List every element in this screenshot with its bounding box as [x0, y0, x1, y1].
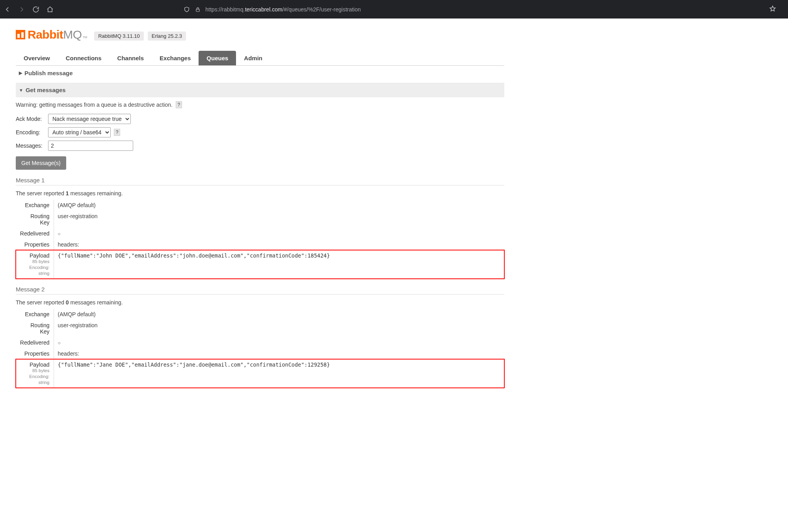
warning-text: Warning: getting messages from a queue i…	[16, 102, 173, 108]
help-button[interactable]: ?	[114, 129, 120, 136]
value-routing-key: user-registration	[54, 320, 504, 337]
logo-tm: TM	[83, 35, 87, 39]
label-routing-key: Routing Key	[16, 211, 54, 228]
label-redelivered: Redelivered	[16, 228, 54, 239]
logo-text: RabbitMQ	[28, 28, 82, 41]
erlang-version: Erlang 25.2.3	[148, 32, 186, 41]
url-path: /#/queues/%2F/user-registration	[282, 6, 361, 13]
value-properties: headers:	[54, 239, 504, 250]
row-properties: Properties headers:	[16, 348, 504, 359]
payload-bytes: 85 bytes	[20, 368, 50, 374]
value-routing-key: user-registration	[54, 211, 504, 228]
redelivered-false-icon	[58, 339, 61, 346]
home-icon[interactable]	[46, 6, 54, 13]
browser-nav	[4, 6, 54, 13]
svg-rect-0	[196, 9, 199, 11]
url-prefix: https://rabbitmq.	[205, 6, 245, 13]
rabbitmq-version: RabbitMQ 3.11.10	[94, 32, 144, 41]
payload-encoding: Encoding: string	[20, 265, 50, 276]
chevron-down-icon: ▼	[19, 88, 23, 93]
redelivered-false-icon	[58, 230, 61, 237]
payload-bytes: 85 bytes	[20, 259, 50, 265]
row-payload: Payload 85 bytes Encoding: string {"full…	[16, 359, 504, 388]
tab-exchanges[interactable]: Exchanges	[152, 51, 199, 65]
encoding-select[interactable]: Auto string / base64	[48, 127, 111, 137]
browser-chrome: https://rabbitmq.tericcabrel.com/#/queue…	[0, 0, 788, 19]
value-payload: {"fullName":"John DOE","emailAddress":"j…	[54, 250, 504, 279]
message-title: Message 2	[16, 286, 504, 295]
chevron-right-icon: ▶	[19, 70, 22, 76]
reload-icon[interactable]	[32, 6, 39, 13]
tab-admin[interactable]: Admin	[236, 51, 270, 65]
value-exchange: (AMQP default)	[54, 200, 504, 211]
tab-channels[interactable]: Channels	[110, 51, 152, 65]
back-icon[interactable]	[4, 6, 11, 13]
tab-queues[interactable]: Queues	[199, 51, 236, 65]
get-messages-form: Ack Mode: Nack message requeue true Enco…	[16, 114, 504, 170]
tab-overview[interactable]: Overview	[16, 51, 58, 65]
label-redelivered: Redelivered	[16, 337, 54, 348]
forward-icon[interactable]	[18, 6, 25, 13]
warning-row: Warning: getting messages from a queue i…	[16, 101, 504, 108]
url-bar[interactable]: https://rabbitmq.tericcabrel.com/#/queue…	[60, 6, 763, 13]
message-details: Exchange (AMQP default) Routing Key user…	[16, 309, 504, 388]
value-payload: {"fullName":"Jane DOE","emailAddress":"j…	[54, 359, 504, 388]
row-exchange: Exchange (AMQP default)	[16, 309, 504, 320]
remaining-text: The server reported 1 messages remaining…	[16, 190, 504, 196]
logo: RabbitMQ TM	[16, 28, 87, 41]
value-exchange: (AMQP default)	[54, 309, 504, 320]
remaining-text: The server reported 0 messages remaining…	[16, 299, 504, 306]
row-redelivered: Redelivered	[16, 228, 504, 239]
row-routing-key: Routing Key user-registration	[16, 320, 504, 337]
message-block: Message 1 The server reported 1 messages…	[16, 177, 504, 279]
label-payload: Payload 85 bytes Encoding: string	[16, 359, 54, 388]
version-badges: RabbitMQ 3.11.10 Erlang 25.2.3	[94, 32, 186, 41]
bookmark-star-icon[interactable]	[769, 5, 776, 13]
label-properties: Properties	[16, 348, 54, 359]
label-payload: Payload 85 bytes Encoding: string	[16, 250, 54, 279]
section-get-messages[interactable]: ▼ Get messages	[16, 83, 504, 97]
row-properties: Properties headers:	[16, 239, 504, 250]
url-host: tericcabrel.com	[245, 6, 282, 13]
value-redelivered	[54, 337, 504, 348]
label-exchange: Exchange	[16, 309, 54, 320]
message-details: Exchange (AMQP default) Routing Key user…	[16, 200, 504, 279]
row-redelivered: Redelivered	[16, 337, 504, 348]
lock-icon[interactable]	[194, 6, 201, 13]
value-properties: headers:	[54, 348, 504, 359]
header: RabbitMQ TM RabbitMQ 3.11.10 Erlang 25.2…	[16, 28, 504, 41]
section-publish-message[interactable]: ▶ Publish message	[16, 66, 504, 80]
row-routing-key: Routing Key user-registration	[16, 211, 504, 228]
label-properties: Properties	[16, 239, 54, 250]
row-exchange: Exchange (AMQP default)	[16, 200, 504, 211]
get-messages-button[interactable]: Get Message(s)	[16, 156, 66, 170]
section-title: Publish message	[24, 70, 73, 76]
messages-label: Messages:	[16, 143, 48, 149]
url-text: https://rabbitmq.tericcabrel.com/#/queue…	[205, 6, 361, 13]
payload-encoding: Encoding: string	[20, 374, 50, 386]
encoding-label: Encoding:	[16, 129, 48, 135]
shield-icon[interactable]	[183, 6, 190, 13]
message-block: Message 2 The server reported 0 messages…	[16, 286, 504, 388]
ack-mode-label: Ack Mode:	[16, 116, 48, 122]
rabbitmq-logo-icon	[16, 30, 25, 39]
row-payload: Payload 85 bytes Encoding: string {"full…	[16, 250, 504, 279]
main-nav: Overview Connections Channels Exchanges …	[16, 51, 504, 66]
ack-mode-select[interactable]: Nack message requeue true	[48, 114, 131, 124]
tab-connections[interactable]: Connections	[58, 51, 110, 65]
message-title: Message 1	[16, 177, 504, 185]
help-button[interactable]: ?	[176, 101, 182, 108]
label-routing-key: Routing Key	[16, 320, 54, 337]
section-title: Get messages	[26, 87, 66, 93]
messages-count-input[interactable]	[48, 141, 133, 151]
label-exchange: Exchange	[16, 200, 54, 211]
value-redelivered	[54, 228, 504, 239]
